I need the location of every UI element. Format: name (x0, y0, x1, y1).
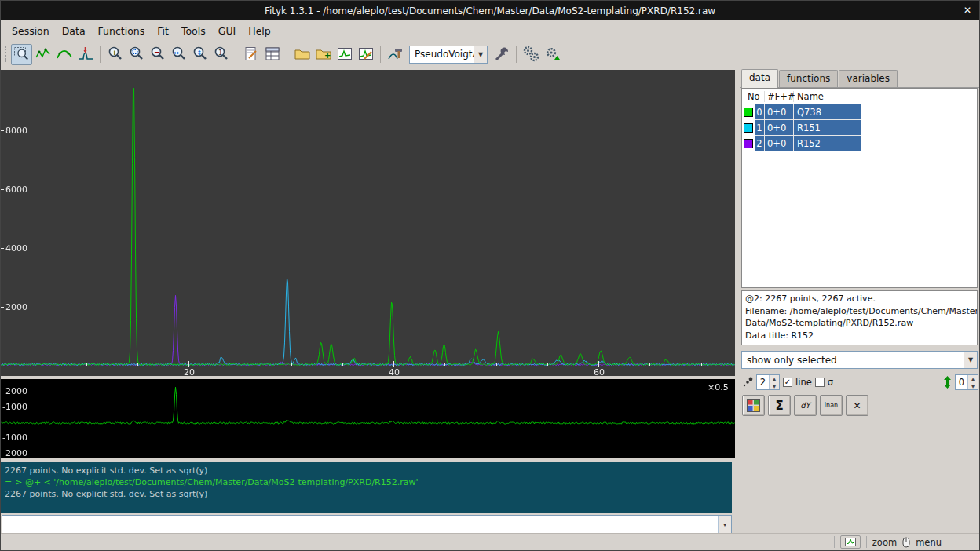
spin-up-icon[interactable]: ▲ (968, 375, 978, 382)
header-no: No (742, 91, 765, 102)
cell-name: Q738 (794, 104, 861, 120)
mini-plot-icon (845, 538, 856, 546)
zoom-reset-icon: 1 (213, 46, 230, 63)
close-icon[interactable]: ✕ (964, 5, 971, 16)
zoom-out-button[interactable]: − (147, 44, 168, 65)
tab-data[interactable]: data (741, 69, 778, 88)
data-range-mode-button[interactable] (32, 44, 53, 65)
open-data-button[interactable] (291, 44, 313, 65)
point-size-value: 2 (757, 375, 769, 389)
svg-text:1: 1 (218, 49, 222, 57)
gears-icon (523, 46, 540, 63)
spin-up-icon[interactable]: ▲ (770, 375, 779, 382)
dataset-color-swatch[interactable] (744, 123, 753, 133)
cell-f: 0+0 (765, 120, 794, 136)
derivative-button[interactable]: dY (794, 395, 817, 416)
shift-spinner[interactable]: 0 ▲▼ (955, 374, 978, 390)
dropdown-arrow-icon[interactable]: ▼ (964, 352, 977, 368)
status-config-button[interactable] (840, 535, 861, 549)
zoom-vertical-icon: ↕ (192, 46, 209, 63)
line-checkbox[interactable]: ✓ (783, 378, 792, 387)
data-table-editor-button[interactable] (742, 395, 765, 416)
zoom-horizontal-button[interactable]: ↔ (168, 44, 189, 65)
zoom-in-button[interactable]: + (104, 44, 126, 65)
main-plot-canvas[interactable] (1, 70, 735, 376)
append-data-button[interactable]: + (313, 44, 334, 65)
add-peak-mode-button[interactable] (75, 44, 96, 65)
spinner-arrows[interactable]: ▲▼ (769, 375, 779, 389)
menu-data[interactable]: Data (56, 22, 92, 40)
zoom-out-icon: − (149, 46, 166, 63)
info-line: Data/MoS2-templating/PXRD/R152.raw (745, 317, 974, 330)
command-input-combo[interactable]: ▾ (2, 515, 732, 535)
sigma-checkbox[interactable] (815, 378, 825, 387)
menubar: Session Data Functions Fit Tools GUI Hel… (1, 20, 979, 41)
plot-frame-icon (336, 46, 353, 63)
zoom-vertical-button[interactable]: ↕ (189, 44, 210, 65)
menu-tools[interactable]: Tools (175, 22, 212, 40)
input-history-arrow-icon[interactable]: ▾ (718, 516, 731, 534)
point-size-spinner[interactable]: 2 ▲▼ (756, 374, 780, 390)
dataset-table[interactable]: No #F+# Name 0 0+0 Q738 1 0+0 R151 2 0+0… (741, 88, 978, 288)
svg-text:↔: ↔ (174, 49, 179, 57)
function-tool-button[interactable] (385, 44, 406, 65)
output-console[interactable]: 2267 points. No explicit std. dev. Set a… (1, 462, 732, 513)
log-transform-button[interactable]: lnan (820, 395, 843, 416)
console-line: 2267 points. No explicit std. dev. Set a… (5, 488, 728, 500)
delete-dataset-button[interactable]: ✕ (846, 395, 868, 416)
spin-down-icon[interactable]: ▼ (968, 382, 978, 389)
menu-session[interactable]: Session (5, 22, 56, 40)
line-checkbox-label: line (795, 377, 812, 388)
header-name: Name (794, 91, 861, 102)
dataset-color-swatch[interactable] (744, 139, 753, 148)
swatch-cell (742, 108, 755, 117)
toolbar-separator (380, 46, 381, 63)
swatch-cell (742, 123, 755, 133)
toolbar-separator (516, 46, 517, 63)
show-filter-dropdown[interactable]: show only selected ▼ (741, 351, 978, 369)
table-row[interactable]: 0 0+0 Q738 (742, 104, 977, 120)
script-editor-button[interactable] (240, 44, 261, 65)
dropdown-arrow-icon[interactable]: ▼ (474, 46, 487, 63)
svg-text:−: − (154, 48, 160, 57)
menu-functions[interactable]: Functions (92, 22, 152, 40)
sum-transform-button[interactable]: Σ (768, 395, 791, 416)
info-line: Data title: R152 (745, 330, 974, 342)
table-row[interactable]: 1 0+0 R151 (742, 120, 977, 136)
svg-text:↕: ↕ (196, 49, 202, 57)
command-input[interactable] (2, 516, 718, 534)
auto-add-button[interactable] (491, 44, 512, 65)
function-type-dropdown[interactable]: PseudoVoigtA ▼ (409, 46, 488, 64)
dataset-color-swatch[interactable] (744, 108, 753, 117)
titlebar[interactable]: Fityk 1.3.1 - /home/aleplo/test/Document… (1, 1, 979, 20)
spin-down-icon[interactable]: ▼ (770, 382, 779, 389)
info-line: @2: 2267 points, 2267 active. (745, 293, 974, 305)
menu-fit[interactable]: Fit (151, 22, 175, 40)
data-range-icon (35, 46, 52, 63)
table-row[interactable]: 2 0+0 R152 (742, 136, 977, 151)
toolbar-handle[interactable] (5, 46, 7, 62)
menu-help[interactable]: Help (242, 22, 277, 40)
data-table-button[interactable] (261, 44, 283, 65)
toolbar: + − ↔ ↕ 1 + PseudoVoigtA ▼ (1, 41, 979, 68)
add-peak-icon (77, 46, 94, 63)
zoom-box-button[interactable] (126, 44, 147, 65)
window-title: Fityk 1.3.1 - /home/aleplo/test/Document… (265, 5, 715, 16)
aux-plot-canvas[interactable] (1, 379, 735, 458)
edit-plot-button[interactable] (355, 44, 376, 65)
console-command-line: =-> @+ < '/home/aleplo/test/Documents/Ch… (5, 476, 728, 488)
mouse-left-hint: zoom (872, 537, 897, 548)
vertical-shift-icon (943, 376, 952, 389)
zoom-mode-button[interactable] (11, 44, 32, 65)
baseline-mode-button[interactable] (53, 44, 75, 65)
save-plot-button[interactable] (334, 44, 355, 65)
tab-variables[interactable]: variables (839, 70, 898, 87)
colored-grid-icon (747, 399, 760, 412)
spinner-arrows[interactable]: ▲▼ (967, 375, 978, 389)
zoom-reset-button[interactable]: 1 (210, 44, 232, 65)
tab-functions[interactable]: functions (779, 70, 838, 87)
svg-text:+: + (324, 51, 331, 60)
fit-undo-button[interactable] (542, 44, 563, 65)
menu-gui[interactable]: GUI (212, 22, 243, 40)
fit-run-button[interactable] (521, 44, 542, 65)
